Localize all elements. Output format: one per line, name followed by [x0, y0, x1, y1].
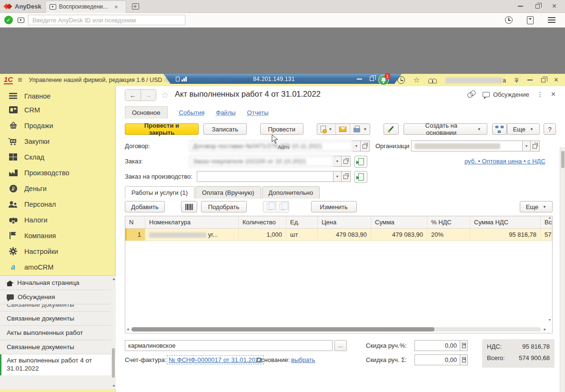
onec-minimize-icon[interactable]	[527, 80, 533, 80]
department-input[interactable]	[125, 340, 333, 351]
close-icon[interactable]: ×	[552, 2, 556, 10]
favorite-star-icon[interactable]: ☆	[161, 90, 169, 101]
scroll-right-icon[interactable]: ►	[543, 327, 547, 332]
open-window-item[interactable]: Связанные документы	[0, 312, 116, 326]
organization-field[interactable]: ▼	[411, 141, 540, 151]
open-window-item-clipped[interactable]: Связанные документы	[0, 304, 116, 312]
sidebar-item-staff[interactable]: Персонал	[0, 196, 115, 212]
open-window-item[interactable]: Связанные документы	[0, 340, 116, 354]
price-kind-link[interactable]: руб. • Оптовая цена • с НДС	[464, 158, 545, 165]
tab-reports[interactable]: Отчеты	[247, 109, 269, 119]
discussion-button[interactable]: Обсуждение	[483, 91, 529, 98]
add-row-button[interactable]: Добавить	[125, 201, 165, 212]
invoice-link[interactable]: № ФСНФ-0000017 от 31.01.2022	[167, 355, 264, 364]
post-button[interactable]: Провести	[260, 123, 303, 135]
open-windows-scrollbar[interactable]: ▲ ▼	[111, 277, 115, 388]
sidebar-item-crm[interactable]: CRM	[0, 102, 115, 118]
tab-works-services[interactable]: Работы и услуги (1)	[125, 186, 194, 199]
open-window-home[interactable]: Начальная страница	[0, 276, 116, 290]
col-price[interactable]: Цена	[318, 216, 371, 228]
sidebar-item-company[interactable]: Компания	[0, 228, 115, 243]
col-n[interactable]: N	[125, 216, 145, 228]
sidebar-item-main[interactable]: Главное	[0, 86, 115, 102]
close-form-icon[interactable]: ×	[551, 90, 555, 99]
scroll-up-icon[interactable]: ▲	[547, 216, 553, 219]
discount-sum-input[interactable]	[414, 354, 460, 365]
rdp-restore-icon[interactable]	[370, 77, 374, 81]
table-row[interactable]: 1 уг... 1,000 шт 479 083,90 479 083,90 2…	[125, 229, 552, 241]
order-field[interactable]: Заказ покупателя 102100 от 10.10.2021 ▼	[190, 156, 367, 167]
anydesk-id-input[interactable]	[28, 15, 185, 25]
more-options-icon[interactable]: ⋮	[537, 90, 544, 98]
sidebar-item-warehouse[interactable]: Склад	[0, 149, 115, 165]
favorites-star-icon[interactable]: ☆	[414, 76, 420, 84]
main-menu-icon[interactable]: ≡▼	[515, 77, 519, 83]
send-email-button[interactable]	[335, 124, 350, 134]
structure-button[interactable]	[492, 123, 507, 135]
support-people-icon[interactable]	[428, 77, 437, 83]
open-window-discussions[interactable]: Обсуждения	[0, 290, 116, 304]
col-vat-percent[interactable]: % НДС	[427, 216, 470, 228]
fill-from-order-button[interactable]	[354, 156, 367, 168]
scroll-down-icon[interactable]: ▼	[547, 318, 553, 322]
table-horizontal-scrollbar[interactable]: ◄ ►	[126, 326, 547, 332]
open-window-active-document[interactable]: Акт выполненных работ 4 от 31.01.2022	[0, 354, 116, 375]
scroll-thumb[interactable]	[561, 151, 565, 168]
post-and-close-button[interactable]: Провести и закрыть	[125, 123, 199, 135]
open-item-icon[interactable]	[531, 141, 540, 151]
sidebar-item-amocrm[interactable]: a amoCRM	[0, 259, 115, 275]
discount-percent-input[interactable]	[414, 340, 460, 351]
back-button[interactable]: ←	[125, 90, 141, 101]
restore-icon[interactable]	[535, 4, 540, 9]
get-link-icon[interactable]	[466, 90, 475, 98]
anydesk-session-tab[interactable]: Воспроизведени... ×	[45, 0, 126, 13]
create-based-on-button[interactable]: Создать на основании▼	[404, 123, 487, 135]
production-order-field[interactable]: ▼	[197, 171, 367, 182]
basis-select-link[interactable]: выбрать	[291, 356, 315, 363]
tab-additional[interactable]: Дополнительно	[262, 186, 320, 199]
scroll-thumb[interactable]	[112, 348, 115, 378]
table-vertical-scrollbar[interactable]: ▲ ▼	[547, 216, 553, 326]
address-book-icon[interactable]	[527, 16, 534, 24]
pin-icon[interactable]	[176, 77, 180, 81]
open-item-icon[interactable]	[361, 141, 370, 151]
remote-desk-icon[interactable]	[18, 18, 24, 23]
sidebar-item-money[interactable]: P Деньги	[0, 181, 115, 196]
dropdown-icon[interactable]: ▼	[333, 156, 342, 167]
forward-button[interactable]: →	[141, 90, 156, 101]
pick-items-button[interactable]: Подобрать	[201, 201, 247, 212]
notifications-bell-icon[interactable]: 1	[378, 75, 389, 85]
tab-payment[interactable]: Оплата (Вручную)	[195, 186, 261, 199]
print-button[interactable]: ▼	[350, 124, 370, 134]
minimize-icon[interactable]	[518, 6, 523, 7]
dropdown-icon[interactable]: ▼	[353, 141, 361, 151]
tab-close-icon[interactable]: ×	[114, 3, 118, 10]
department-picker-button[interactable]: ...	[334, 340, 347, 351]
tab-events[interactable]: События	[179, 109, 205, 119]
sign-button[interactable]	[383, 123, 399, 135]
tab-main[interactable]: Основное	[125, 106, 168, 119]
sidebar-item-purchases[interactable]: Закупки	[0, 133, 115, 149]
calculator-icon[interactable]	[460, 354, 468, 365]
sidebar-item-settings[interactable]: Настройки	[0, 243, 115, 259]
sidebar-item-taxes[interactable]: Налоги	[0, 212, 115, 228]
col-vat-sum[interactable]: Сумма НДС	[470, 216, 541, 228]
rdp-minimize-icon[interactable]	[357, 79, 362, 80]
help-button[interactable]: ?	[544, 123, 556, 135]
sidebar-item-sales[interactable]: Продажи	[0, 118, 115, 133]
scroll-left-icon[interactable]: ◄	[126, 327, 130, 332]
scroll-down-icon[interactable]: ▼	[112, 384, 116, 388]
scroll-thumb[interactable]	[131, 327, 435, 332]
onec-close-icon[interactable]: ×	[554, 76, 558, 84]
open-item-icon[interactable]	[342, 171, 351, 182]
col-unit[interactable]: Ед.	[286, 216, 318, 228]
dropdown-icon[interactable]: ▼	[333, 171, 342, 182]
edit-row-button[interactable]: Изменить	[311, 201, 357, 212]
form-vertical-scrollbar[interactable]	[560, 147, 565, 392]
open-window-item[interactable]: Акты выполненных работ	[0, 326, 116, 340]
onec-restore-icon[interactable]	[541, 78, 545, 82]
col-quantity[interactable]: Количество	[239, 216, 286, 228]
barcode-button[interactable]	[181, 201, 197, 212]
new-tab-icon[interactable]	[132, 3, 139, 10]
copy-rows-button[interactable]	[263, 201, 276, 212]
